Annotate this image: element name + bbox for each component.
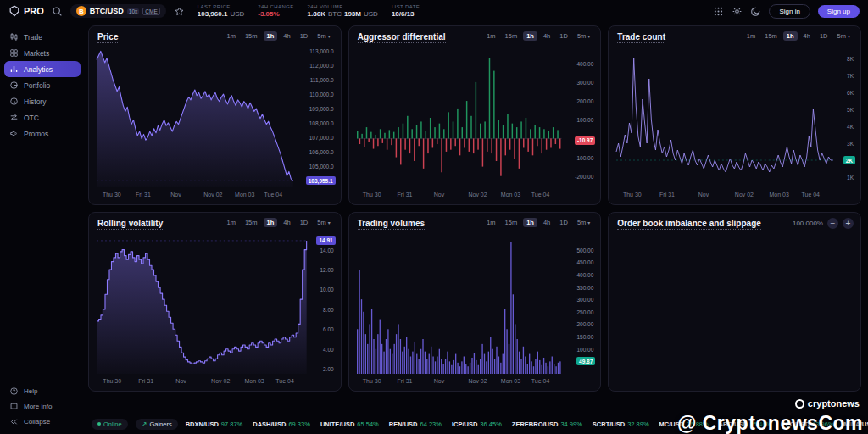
x-axis: Thu 30Fri 31NovNov 02Mon 03Tue 04 [357, 378, 560, 387]
volatility-chart[interactable] [97, 235, 307, 374]
y-tick: 500.00 [576, 247, 593, 253]
trade-count-chart[interactable] [616, 48, 833, 187]
timeframe-4h[interactable]: 4h [280, 31, 293, 41]
x-tick: Tue 04 [275, 378, 294, 384]
exchange-logo[interactable]: PRO [8, 5, 44, 17]
stat-value-part: 103,960.1 [198, 10, 228, 18]
timeframe-aggregation-dropdown[interactable]: 5m▾ [574, 218, 593, 227]
sidebar-item-portfolio[interactable]: Portfolio [4, 77, 81, 93]
timeframe-aggregation-dropdown[interactable]: 5m▾ [574, 31, 593, 41]
x-tick: Nov [698, 192, 709, 198]
panel-title-aggressor[interactable]: Aggressor differential [358, 32, 446, 43]
trend-up-icon: ↗ [142, 420, 147, 428]
timeframe-1D[interactable]: 1D [556, 31, 571, 41]
sidebar-item-collapse[interactable]: Collapse [4, 415, 81, 429]
watermark-logo: cryptonews [795, 398, 860, 409]
plus-icon[interactable]: + [843, 218, 854, 229]
sidebar-nav: TradeMarketsAnalyticsPortfolioHistoryOTC… [0, 22, 85, 434]
minus-icon[interactable]: − [827, 218, 838, 229]
pair-selector[interactable]: B BTC/USD 10x CME [70, 4, 166, 18]
y-tick: -100.00 [575, 154, 593, 160]
y-tick: 105,000.0 [309, 163, 334, 169]
pie-icon [9, 81, 19, 90]
timeframe-more-label: 5m [837, 32, 846, 40]
timeframe-1m[interactable]: 1m [743, 31, 759, 41]
timeframe-4h[interactable]: 4h [540, 31, 554, 41]
ticker-item-zerebro[interactable]: ZEREBRO/USD34.99% [512, 420, 582, 428]
timeframe-15m[interactable]: 15m [242, 31, 261, 41]
x-tick: Nov [434, 378, 444, 384]
ticker-pair: ICP/USD [452, 420, 477, 428]
apps-grid-icon[interactable] [713, 6, 724, 17]
timeframe-4h[interactable]: 4h [540, 218, 554, 227]
search-icon[interactable] [52, 6, 63, 17]
timeframe-1D[interactable]: 1D [816, 31, 832, 41]
timeframe-4h[interactable]: 4h [280, 218, 293, 227]
sign-up-button[interactable]: Sign up [818, 5, 860, 18]
timeframe-4h[interactable]: 4h [800, 31, 814, 41]
panel-title-orderbook[interactable]: Order book imbalance and slippage [617, 219, 761, 230]
sidebar-item-analytics[interactable]: Analytics [4, 61, 81, 77]
timeframe-1m[interactable]: 1m [483, 218, 498, 227]
ticker-item-ren[interactable]: REN/USD64.23% [389, 420, 442, 428]
sidebar-item-trade[interactable]: Trade [4, 29, 81, 45]
gainers-filter-button[interactable]: ↗ Gainers [136, 419, 178, 430]
ticker-item-bdxn[interactable]: BDXN/USD97.87% [186, 420, 243, 428]
volumes-chart[interactable] [357, 235, 562, 374]
panel-title-price[interactable]: Price [97, 32, 118, 43]
btc-icon: B [76, 6, 86, 16]
timeframe-15m[interactable]: 15m [761, 31, 781, 41]
aggressor-chart[interactable] [357, 48, 562, 187]
timeframe-1h[interactable]: 1h [264, 31, 278, 41]
timeframe-aggregation-dropdown[interactable]: 5m▾ [834, 31, 854, 41]
x-tick: Nov 02 [203, 192, 222, 198]
x-tick: Mon 03 [235, 192, 254, 198]
timeframe-1m[interactable]: 1m [224, 31, 239, 41]
x-tick: Mon 03 [501, 192, 520, 198]
x-tick: Thu 30 [363, 378, 381, 384]
favorite-star-icon[interactable] [174, 6, 185, 17]
x-tick: Fri 31 [136, 192, 151, 198]
timeframe-1m[interactable]: 1m [483, 31, 498, 41]
timeframe-1m[interactable]: 1m [224, 218, 239, 227]
y-tick: 6.00 [323, 326, 334, 332]
stat-value-part: 10/6/13 [392, 10, 415, 18]
online-status-badge: Online [92, 419, 128, 430]
x-tick: Fri 31 [398, 192, 413, 198]
sidebar-item-label: History [24, 97, 46, 106]
sidebar-item-promos[interactable]: Promos [4, 125, 81, 142]
timeframe-1h[interactable]: 1h [523, 31, 537, 41]
last-value-badge: 14.91 [316, 236, 335, 245]
panel-title-trade-count[interactable]: Trade count [617, 32, 665, 43]
ticker-item-scrt[interactable]: SCRT/USD32.89% [593, 420, 649, 428]
ticker-percent: 97.87% [221, 420, 242, 428]
timeframe-1h[interactable]: 1h [523, 218, 537, 227]
panel-title-volatility[interactable]: Rolling volatility [97, 219, 163, 230]
timeframe-1D[interactable]: 1D [556, 218, 571, 227]
timeframe-aggregation-dropdown[interactable]: 5m▾ [314, 31, 333, 41]
ticker-item-icp[interactable]: ICP/USD36.45% [452, 420, 502, 428]
y-tick: 7K [847, 73, 854, 79]
ticker-item-dash[interactable]: DASH/USD69.33% [253, 420, 310, 428]
timeframe-1D[interactable]: 1D [297, 218, 312, 227]
sign-in-button[interactable]: Sign in [769, 4, 810, 19]
timeframe-1h[interactable]: 1h [264, 218, 278, 227]
timeframe-15m[interactable]: 15m [502, 218, 521, 227]
x-tick: Fri 31 [138, 378, 153, 384]
panel-title-volumes[interactable]: Trading volumes [358, 219, 425, 230]
ticker-item-unite[interactable]: UNITE/USD65.54% [320, 420, 379, 428]
timeframe-aggregation-dropdown[interactable]: 5m▾ [314, 218, 333, 227]
last-value-badge: 2K [843, 156, 855, 164]
timeframe-1D[interactable]: 1D [297, 31, 312, 41]
theme-moon-icon[interactable] [750, 6, 761, 17]
timeframe-15m[interactable]: 15m [242, 218, 261, 227]
sidebar-item-markets[interactable]: Markets [4, 45, 81, 61]
timeframe-1h[interactable]: 1h [783, 31, 798, 41]
sidebar-item-help[interactable]: Help [4, 384, 81, 398]
price-chart[interactable] [97, 48, 293, 187]
sidebar-item-more-info[interactable]: More info [4, 399, 81, 414]
settings-gear-icon[interactable] [732, 6, 743, 17]
sidebar-item-otc[interactable]: OTC [4, 109, 81, 125]
sidebar-item-history[interactable]: History [4, 93, 81, 109]
timeframe-15m[interactable]: 15m [502, 31, 521, 41]
